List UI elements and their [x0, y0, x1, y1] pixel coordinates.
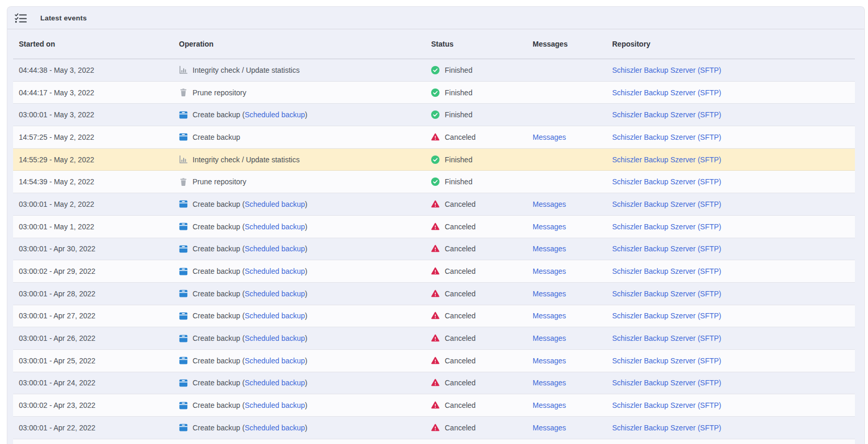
- messages-link[interactable]: Messages: [533, 245, 566, 253]
- messages-link[interactable]: Messages: [533, 290, 566, 298]
- messages-link[interactable]: Messages: [533, 357, 566, 365]
- scheduled-backup-link[interactable]: Scheduled backup: [245, 401, 305, 409]
- repository-link[interactable]: Schiszler Backup Szerver (SFTP): [612, 245, 722, 253]
- event-messages: Messages: [533, 357, 612, 365]
- event-started-on: 03:00:01 - Apr 30, 2022: [13, 245, 179, 253]
- event-status: Canceled: [431, 312, 533, 320]
- status-warning-icon: [431, 267, 439, 275]
- event-operation: Create backup (Scheduled backup): [179, 423, 431, 432]
- event-operation: Create backup (Scheduled backup): [179, 245, 431, 253]
- operation-label: Create backup: [193, 312, 240, 320]
- status-label: Finished: [445, 66, 472, 74]
- trash-icon: [179, 177, 188, 186]
- event-repository: Schiszler Backup Szerver (SFTP): [612, 200, 855, 208]
- table-row: 03:00:01 - May 2, 2022Create backup (Sch…: [13, 193, 855, 216]
- status-success-icon: [431, 177, 439, 186]
- repository-link[interactable]: Schiszler Backup Szerver (SFTP): [612, 424, 722, 432]
- event-started-on: 04:44:38 - May 3, 2022: [13, 66, 179, 74]
- repository-link[interactable]: Schiszler Backup Szerver (SFTP): [612, 110, 722, 119]
- operation-label: Create backup: [193, 200, 240, 208]
- repository-link[interactable]: Schiszler Backup Szerver (SFTP): [612, 66, 722, 74]
- repository-link[interactable]: Schiszler Backup Szerver (SFTP): [612, 200, 722, 208]
- messages-link[interactable]: Messages: [533, 379, 566, 387]
- messages-link[interactable]: Messages: [533, 424, 566, 432]
- repository-link[interactable]: Schiszler Backup Szerver (SFTP): [612, 156, 722, 164]
- repository-link[interactable]: Schiszler Backup Szerver (SFTP): [612, 334, 722, 342]
- event-status: Canceled: [431, 200, 533, 208]
- event-started-on: 03:00:01 - May 1, 2022: [13, 223, 179, 231]
- archive-icon: [179, 110, 188, 119]
- messages-link[interactable]: Messages: [533, 267, 566, 275]
- event-started-on: 04:44:17 - May 3, 2022: [13, 88, 179, 97]
- archive-icon: [179, 423, 188, 432]
- operation-label: Create backup: [193, 245, 240, 253]
- status-label: Canceled: [445, 357, 476, 365]
- table-row: 04:44:38 - May 3, 2022Integrity check / …: [13, 59, 855, 82]
- scheduled-backup-link[interactable]: Scheduled backup: [245, 357, 305, 365]
- operation-label: Create backup: [193, 110, 240, 119]
- event-messages: Messages: [533, 334, 612, 342]
- operation-label: Integrity check / Update statistics: [193, 66, 300, 74]
- column-header-messages: Messages: [533, 40, 612, 48]
- repository-link[interactable]: Schiszler Backup Szerver (SFTP): [612, 312, 722, 320]
- event-messages: Messages: [533, 200, 612, 208]
- repository-link[interactable]: Schiszler Backup Szerver (SFTP): [612, 177, 722, 186]
- event-started-on: 03:00:02 - Apr 29, 2022: [13, 267, 179, 275]
- event-messages: Messages: [533, 290, 612, 298]
- scheduled-backup-link[interactable]: Scheduled backup: [245, 312, 305, 320]
- column-header-repository: Repository: [612, 40, 855, 48]
- event-operation: Create backup (Scheduled backup): [179, 222, 431, 231]
- events-table-body: 04:44:38 - May 3, 2022Integrity check / …: [7, 59, 864, 444]
- scheduled-backup-link[interactable]: Scheduled backup: [245, 424, 305, 432]
- messages-link[interactable]: Messages: [533, 312, 566, 320]
- column-header-started-on: Started on: [13, 40, 179, 48]
- scheduled-backup-link[interactable]: Scheduled backup: [245, 200, 305, 208]
- messages-link[interactable]: Messages: [533, 401, 566, 409]
- event-messages: Messages: [533, 424, 612, 432]
- scheduled-backup-link[interactable]: Scheduled backup: [245, 334, 305, 342]
- repository-link[interactable]: Schiszler Backup Szerver (SFTP): [612, 133, 722, 141]
- status-success-icon: [431, 110, 439, 119]
- scheduled-backup-link[interactable]: Scheduled backup: [245, 223, 305, 231]
- messages-link[interactable]: Messages: [533, 133, 566, 141]
- repository-link[interactable]: Schiszler Backup Szerver (SFTP): [612, 88, 722, 97]
- scheduled-backup-link[interactable]: Scheduled backup: [245, 110, 305, 119]
- repository-link[interactable]: Schiszler Backup Szerver (SFTP): [612, 290, 722, 298]
- table-row: 03:00:01 - Apr 24, 2022Create backup (Sc…: [13, 372, 855, 395]
- repository-link[interactable]: Schiszler Backup Szerver (SFTP): [612, 357, 722, 365]
- page-title: Latest events: [40, 14, 87, 22]
- repository-link[interactable]: Schiszler Backup Szerver (SFTP): [612, 267, 722, 275]
- event-operation: Create backup: [179, 132, 431, 141]
- event-messages: Messages: [533, 223, 612, 231]
- archive-icon: [179, 356, 188, 365]
- archive-icon: [179, 222, 188, 231]
- status-warning-icon: [431, 424, 439, 432]
- chart-bar-icon: [179, 155, 188, 164]
- operation-label: Create backup: [193, 424, 240, 432]
- scheduled-backup-link[interactable]: Scheduled backup: [245, 290, 305, 298]
- table-row: 03:00:01 - Apr 26, 2022Create backup (Sc…: [13, 327, 855, 350]
- scheduled-backup-link[interactable]: Scheduled backup: [245, 245, 305, 253]
- repository-link[interactable]: Schiszler Backup Szerver (SFTP): [612, 401, 722, 409]
- messages-link[interactable]: Messages: [533, 223, 566, 231]
- scheduled-backup-link[interactable]: Scheduled backup: [245, 267, 305, 275]
- event-started-on: 03:00:01 - Apr 26, 2022: [13, 334, 179, 342]
- event-status: Canceled: [431, 223, 533, 231]
- event-started-on: 03:00:01 - May 2, 2022: [13, 200, 179, 208]
- archive-icon: [179, 312, 188, 320]
- repository-link[interactable]: Schiszler Backup Szerver (SFTP): [612, 379, 722, 387]
- operation-label: Create backup: [193, 357, 240, 365]
- event-operation: Create backup (Scheduled backup): [179, 379, 431, 387]
- operation-label: Create backup: [193, 379, 240, 387]
- event-repository: Schiszler Backup Szerver (SFTP): [612, 290, 855, 298]
- event-repository: Schiszler Backup Szerver (SFTP): [612, 245, 855, 253]
- table-row: 03:00:01 - Apr 30, 2022Create backup (Sc…: [13, 238, 855, 261]
- messages-link[interactable]: Messages: [533, 334, 566, 342]
- operation-label: Prune repository: [193, 88, 246, 97]
- scheduled-backup-link[interactable]: Scheduled backup: [245, 379, 305, 387]
- event-started-on: 03:00:01 - Apr 22, 2022: [13, 424, 179, 432]
- repository-link[interactable]: Schiszler Backup Szerver (SFTP): [612, 223, 722, 231]
- event-operation: Create backup (Scheduled backup): [179, 312, 431, 320]
- messages-link[interactable]: Messages: [533, 200, 566, 208]
- event-repository: Schiszler Backup Szerver (SFTP): [612, 177, 855, 186]
